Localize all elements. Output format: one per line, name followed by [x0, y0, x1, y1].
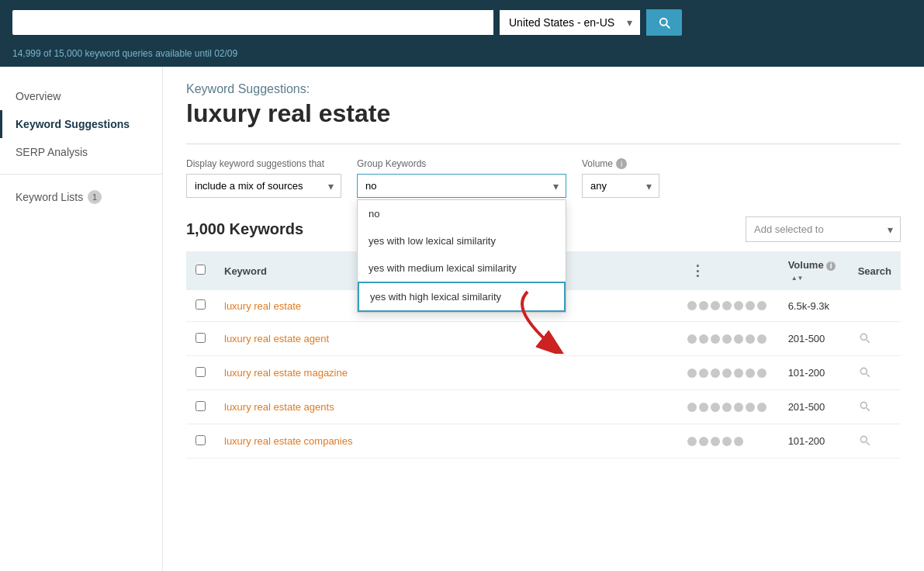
row-dots-cell — [678, 322, 779, 356]
keyword-link[interactable]: luxury real estate agents — [224, 401, 334, 413]
row-search-icon — [858, 400, 870, 412]
svg-line-6 — [867, 408, 870, 411]
main-search-input[interactable]: luxury real estate — [12, 10, 493, 35]
group-option-no[interactable]: no — [358, 200, 566, 227]
quota-text: 14,999 of 15,000 keyword queries availab… — [12, 48, 237, 59]
dot — [722, 301, 732, 310]
dot — [711, 334, 720, 344]
svg-line-2 — [867, 340, 870, 343]
filters-row: Display keyword suggestions that include… — [186, 158, 901, 198]
top-bar: luxury real estate United States - en-US — [0, 0, 924, 45]
display-select[interactable]: include a mix of sources — [186, 174, 341, 198]
search-button[interactable] — [646, 9, 682, 36]
volume-value: 6.5k-9.3k — [788, 300, 829, 312]
dot — [699, 301, 708, 310]
page-title: luxury real estate — [186, 99, 901, 128]
dots-wrap — [687, 334, 770, 344]
keyword-lists-badge: 1 — [88, 190, 102, 204]
content-area: Keyword Suggestions: luxury real estate … — [163, 67, 924, 571]
row-dots-cell — [678, 356, 779, 390]
dot — [722, 403, 732, 412]
row-search-cell — [849, 290, 901, 322]
volume-value: 101-200 — [788, 367, 825, 379]
row-search-icon — [858, 434, 870, 446]
dots-wrap — [687, 369, 770, 378]
keyword-link[interactable]: luxury real estate magazine — [224, 367, 348, 379]
add-selected-wrap: Add selected to — [746, 216, 901, 242]
sidebar-item-keyword-lists[interactable]: Keyword Lists 1 — [0, 182, 162, 212]
row-dots-cell — [678, 424, 779, 459]
row-checkbox-cell — [186, 356, 215, 390]
svg-line-4 — [867, 374, 870, 377]
dot — [711, 301, 720, 310]
row-checkbox[interactable] — [196, 401, 206, 411]
row-volume-cell: 101-200 — [779, 424, 849, 459]
dots-wrap — [687, 301, 770, 310]
dot — [699, 369, 708, 378]
dot — [734, 403, 743, 412]
select-all-checkbox[interactable] — [196, 265, 206, 275]
dot — [699, 334, 708, 344]
keyword-link[interactable]: luxury real estate — [224, 300, 301, 312]
quota-bar: 14,999 of 15,000 keyword queries availab… — [0, 45, 924, 67]
dot — [746, 334, 755, 344]
row-search-cell[interactable] — [849, 390, 901, 424]
row-search-cell[interactable] — [849, 424, 901, 459]
add-selected-select[interactable]: Add selected to — [746, 216, 901, 242]
row-checkbox-cell — [186, 322, 215, 356]
volume-sort-icons[interactable]: ▲▼ — [791, 275, 804, 282]
dot — [711, 437, 720, 446]
sidebar-item-overview[interactable]: Overview — [0, 82, 162, 110]
row-search-cell[interactable] — [849, 322, 901, 356]
keyword-link[interactable]: luxury real estate agent — [224, 333, 329, 344]
volume-value: 201-500 — [788, 333, 825, 344]
group-option-low[interactable]: yes with low lexical similarity — [358, 227, 566, 254]
dot — [711, 403, 720, 412]
volume-filter-group: Volume i any — [582, 158, 659, 198]
sidebar-divider — [0, 174, 162, 175]
dot — [687, 301, 697, 310]
volume-select[interactable]: any — [582, 174, 659, 198]
dot — [757, 301, 767, 310]
sidebar-item-keyword-suggestions[interactable]: Keyword Suggestions — [0, 110, 162, 138]
row-checkbox[interactable] — [196, 367, 206, 377]
th-dots: ⋮ — [678, 251, 779, 290]
row-keyword-cell: luxury real estate agents — [215, 390, 678, 424]
row-checkbox[interactable] — [196, 333, 206, 343]
th-search: Search — [849, 251, 901, 290]
row-keyword-cell: luxury real estate magazine — [215, 356, 678, 390]
row-search-cell[interactable] — [849, 356, 901, 390]
volume-th-info-icon: i — [826, 261, 836, 271]
dots-wrap — [687, 437, 770, 446]
dot — [687, 403, 697, 412]
dot — [699, 403, 708, 412]
group-select[interactable]: no — [357, 174, 566, 198]
group-option-medium[interactable]: yes with medium lexical similarity — [358, 254, 566, 282]
dot — [722, 369, 732, 378]
group-filter-label: Group Keywords — [357, 158, 566, 169]
content-divider — [186, 144, 901, 144]
volume-filter-label: Volume i — [582, 158, 659, 169]
dots-wrap — [687, 403, 770, 412]
keyword-link[interactable]: luxury real estate companies — [224, 435, 352, 447]
dot — [734, 334, 743, 344]
dot — [722, 437, 732, 446]
svg-point-5 — [860, 402, 867, 408]
row-search-icon — [858, 331, 870, 344]
group-select-wrap: no — [357, 174, 566, 198]
sidebar-item-serp-analysis[interactable]: SERP Analysis — [0, 138, 162, 166]
table-row: luxury real estate companies 101-200 — [186, 424, 901, 459]
table-row: luxury real estate agent — [186, 322, 901, 356]
row-dots-cell — [678, 390, 779, 424]
row-checkbox[interactable] — [196, 435, 206, 445]
row-volume-cell: 201-500 — [779, 390, 849, 424]
locale-select[interactable]: United States - en-US — [500, 10, 640, 35]
group-option-high[interactable]: yes with high lexical similarity — [358, 282, 566, 312]
dot — [746, 301, 755, 310]
table-row: luxury real estate agents — [186, 390, 901, 424]
svg-point-7 — [860, 436, 867, 442]
row-checkbox[interactable] — [196, 299, 206, 310]
main-layout: Overview Keyword Suggestions SERP Analys… — [0, 67, 924, 571]
dot — [722, 334, 732, 344]
dots-column-icon[interactable]: ⋮ — [687, 263, 708, 279]
